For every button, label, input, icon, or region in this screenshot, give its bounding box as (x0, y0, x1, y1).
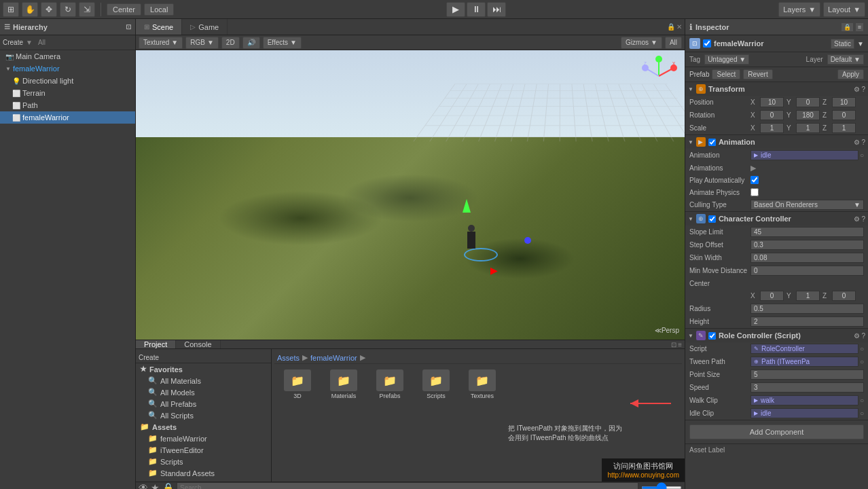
rc-settings-icon[interactable]: ⚙ (854, 332, 860, 340)
slope-limit-input[interactable] (751, 227, 864, 237)
cc-help-icon[interactable]: ? (861, 215, 865, 223)
rotate-tool-btn[interactable]: ↻ (60, 2, 76, 17)
scripts-folder-item[interactable]: 📁 Scripts (136, 456, 271, 467)
female-warrior-folder-item[interactable]: 📁 femaleWarrior (136, 433, 271, 444)
all-dropdown[interactable]: All (665, 37, 682, 49)
walk-circle-icon[interactable]: ○ (860, 397, 864, 404)
min-move-input[interactable] (751, 266, 864, 276)
scale-y-input[interactable] (796, 123, 820, 133)
hierarchy-create-btn[interactable]: Create (3, 39, 23, 46)
layer-value-dropdown[interactable]: Default ▼ (827, 54, 864, 65)
star-btn[interactable]: ★ (151, 482, 160, 489)
hierarchy-item-main-camera[interactable]: 📷 Main Camera (0, 50, 135, 62)
rot-x-input[interactable] (760, 110, 784, 120)
add-component-btn[interactable]: Add Component (689, 424, 864, 439)
rot-y-input[interactable] (796, 110, 820, 120)
tag-value-dropdown[interactable]: Untagged ▼ (704, 54, 749, 65)
hierarchy-item-female-warrior-parent[interactable]: ▼ femaleWarrior (0, 62, 135, 75)
standard-assets-item[interactable]: 📁 Standard Assets (136, 467, 271, 479)
pos-z-input[interactable] (832, 97, 856, 107)
anim-clip-circle-icon[interactable]: ○ (860, 151, 864, 159)
scale-tool-btn[interactable]: ⇲ (79, 2, 95, 17)
itween-editor-item[interactable]: 📁 iTweenEditor (136, 444, 271, 456)
scene-viewport[interactable]: ▶ Y X Z ≪Persp (136, 50, 685, 340)
apply-btn[interactable]: Apply (837, 69, 864, 79)
project-search-input[interactable] (177, 482, 638, 489)
cc-settings-icon[interactable]: ⚙ (854, 215, 860, 223)
idle-circle-icon[interactable]: ○ (860, 410, 864, 417)
center-btn[interactable]: Center (107, 3, 141, 16)
step-btn[interactable]: ⏭ (487, 2, 506, 17)
2d-btn[interactable]: 2D (221, 37, 240, 49)
skin-width-input[interactable] (751, 253, 864, 263)
script-ref[interactable]: ✎ RoleController (751, 344, 858, 354)
step-offset-input[interactable] (751, 240, 864, 250)
anim-settings-icon[interactable]: ⚙ (854, 139, 860, 146)
folder-scripts-item[interactable]: 📁 Scripts (416, 369, 456, 399)
transform-header[interactable]: ▼ ⊕ Transform ⚙ ? (685, 82, 868, 96)
anim-enable-checkbox[interactable] (708, 139, 716, 146)
center-x-input[interactable] (760, 291, 784, 301)
folder-3d-item[interactable]: 📁 3D (277, 369, 318, 399)
folder-textures-item[interactable]: 📁 Textures (462, 369, 503, 399)
select-btn[interactable]: Select (712, 69, 740, 79)
culling-type-dropdown[interactable]: Based On Renderers ▼ (751, 200, 864, 210)
play-auto-checkbox[interactable] (751, 176, 759, 184)
center-z-input[interactable] (832, 291, 856, 301)
size-slider[interactable] (641, 486, 682, 489)
female-warrior-path-label[interactable]: femaleWarrior (310, 354, 357, 362)
play-btn[interactable]: ▶ (446, 2, 465, 17)
scale-z-input[interactable] (832, 123, 856, 133)
pos-y-input[interactable] (796, 97, 820, 107)
collapse-icon[interactable]: ⊡ (671, 341, 676, 348)
static-dropdown-arrow-icon[interactable]: ▼ (857, 40, 864, 48)
assets-path-label[interactable]: Assets (277, 354, 300, 362)
all-materials-item[interactable]: 🔍 All Materials (136, 375, 271, 386)
hierarchy-item-female-warrior-child[interactable]: ⬜ femaleWarrior (0, 111, 135, 124)
tween-path-ref[interactable]: ⊕ Path (ITweenPa (751, 357, 858, 367)
idle-clip-ref[interactable]: ▶ idle (751, 408, 858, 418)
project-tab[interactable]: Project (136, 340, 176, 348)
audio-btn[interactable]: 🔊 (242, 37, 260, 49)
folder-materials-item[interactable]: 📁 Materials (323, 369, 364, 399)
hierarchy-item-terrain[interactable]: ⬜ Terrain (0, 87, 135, 99)
console-tab[interactable]: Console (176, 340, 220, 348)
inspector-menu-btn[interactable]: ≡ (855, 22, 864, 32)
bottom-close-icon[interactable]: ≡ (678, 341, 682, 348)
static-btn[interactable]: Static (831, 39, 854, 49)
folder-prefabs-item[interactable]: 📁 Prefabs (369, 369, 410, 399)
anim-help-icon[interactable]: ? (861, 139, 865, 146)
transform-settings-icon[interactable]: ⚙ (854, 86, 860, 93)
inspector-lock-btn[interactable]: 🔒 (841, 22, 854, 32)
game-tab[interactable]: ▷ Game (182, 19, 228, 35)
rc-enable-checkbox[interactable] (708, 332, 716, 340)
script-circle-icon[interactable]: ○ (860, 345, 864, 352)
hierarchy-item-path[interactable]: ⬜ Path (0, 99, 135, 111)
textured-dropdown[interactable]: Textured ▼ (139, 37, 183, 49)
layout-dropdown[interactable]: Layout ▼ (823, 2, 865, 17)
animate-physics-checkbox[interactable] (751, 188, 759, 196)
assets-group[interactable]: 📁 Assets (136, 421, 271, 433)
walk-clip-ref[interactable]: ▶ walk (751, 395, 858, 405)
gizmos-dropdown[interactable]: Gizmos ▼ (621, 37, 662, 49)
cc-header[interactable]: ▼ ⊕ Character Controller ⚙ ? (685, 212, 868, 225)
center-y-input[interactable] (796, 291, 820, 301)
transform-help-icon[interactable]: ? (861, 86, 865, 93)
effects-dropdown[interactable]: Effects ▼ (263, 37, 302, 49)
anim-clip-ref[interactable]: ▶ idle (751, 150, 858, 160)
hand-tool-btn[interactable]: ✋ (22, 2, 38, 17)
animations-expand-icon[interactable]: ▶ (751, 164, 756, 173)
tween-circle-icon[interactable]: ○ (860, 358, 864, 365)
go-active-checkbox[interactable] (703, 39, 711, 48)
project-create-btn[interactable]: Create (139, 354, 159, 361)
scale-x-input[interactable] (760, 123, 784, 133)
hierarchy-item-directional-light[interactable]: 💡 Directional light (0, 75, 135, 87)
move-tool-btn[interactable]: ✥ (41, 2, 57, 17)
speed-input[interactable] (751, 382, 864, 393)
rot-z-input[interactable] (832, 110, 856, 120)
pause-btn[interactable]: ⏸ (467, 2, 486, 17)
layers-dropdown[interactable]: Layers ▼ (778, 2, 820, 17)
height-input[interactable] (751, 316, 864, 327)
rc-help-icon[interactable]: ? (861, 332, 865, 340)
cc-enable-checkbox[interactable] (708, 215, 716, 223)
